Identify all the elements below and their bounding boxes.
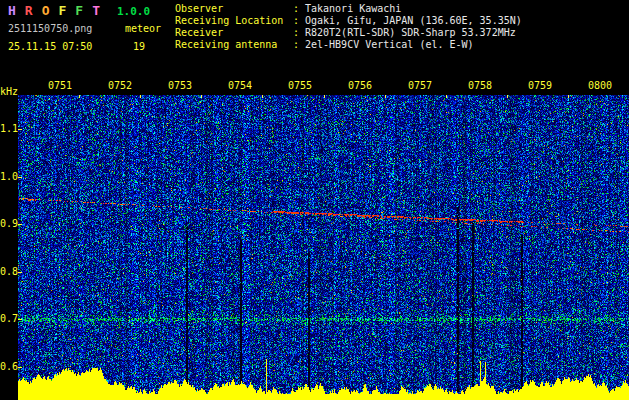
- info-row-observer: Observer:Takanori Kawachi: [175, 3, 522, 15]
- time-label: 0751: [48, 80, 72, 92]
- info-label: Receiving antenna: [175, 39, 293, 51]
- observation-datetime: 25.11.15 07:50: [8, 41, 92, 53]
- app-version: 1.0.0: [117, 5, 150, 18]
- time-label: 0758: [468, 80, 492, 92]
- info-label: Receiving Location: [175, 15, 293, 27]
- info-value: 2el-HB9CV Vertical (el. E-W): [305, 39, 474, 50]
- echo-count: 19: [133, 41, 145, 53]
- info-value: Takanori Kawachi: [305, 3, 401, 14]
- time-label: 0756: [348, 80, 372, 92]
- freq-label: 0.9: [0, 218, 17, 230]
- station-info: Observer:Takanori Kawachi Receiving Loca…: [175, 3, 522, 51]
- time-label: 0752: [108, 80, 132, 92]
- time-label: 0753: [168, 80, 192, 92]
- app-logo: HROFFT1.0.0: [8, 4, 150, 19]
- mode-label: meteor: [125, 23, 161, 35]
- time-label: 0755: [288, 80, 312, 92]
- output-filename: 2511150750.png: [8, 23, 92, 35]
- freq-label: 0.8: [0, 266, 17, 278]
- time-label: 0800: [588, 80, 612, 92]
- logo-letter: R: [25, 3, 33, 18]
- freq-label: 1.1: [0, 123, 17, 135]
- logo-letter: F: [58, 3, 66, 18]
- info-row-location: Receiving Location:Ogaki, Gifu, JAPAN (1…: [175, 15, 522, 27]
- info-separator: :: [293, 3, 305, 15]
- freq-label: 1.0: [0, 171, 17, 183]
- info-row-receiver: Receiver:R820T2(RTL-SDR) SDR-Sharp 53.37…: [175, 27, 522, 39]
- hrofft-screenshot: HROFFT1.0.0 2511150750.png meteor 25.11.…: [0, 0, 629, 400]
- time-label: 0757: [408, 80, 432, 92]
- logo-letter: O: [42, 3, 50, 18]
- info-separator: :: [293, 15, 305, 27]
- info-separator: :: [293, 27, 305, 39]
- info-value: R820T2(RTL-SDR) SDR-Sharp 53.372MHz: [305, 27, 516, 38]
- info-row-antenna: Receiving antenna:2el-HB9CV Vertical (el…: [175, 39, 522, 51]
- logo-letter: H: [8, 3, 16, 18]
- info-label: Receiver: [175, 27, 293, 39]
- time-label: 0759: [528, 80, 552, 92]
- logo-letter: F: [75, 3, 83, 18]
- logo-letter: T: [92, 3, 100, 18]
- freq-label: 0.7: [0, 313, 17, 325]
- freq-axis-unit: kHz: [0, 86, 17, 98]
- freq-label: 0.6: [0, 361, 17, 373]
- info-value: Ogaki, Gifu, JAPAN (136.60E, 35.35N): [305, 15, 522, 26]
- spectrogram-canvas: [18, 95, 629, 400]
- time-label: 0754: [228, 80, 252, 92]
- info-separator: :: [293, 39, 305, 51]
- info-label: Observer: [175, 3, 293, 15]
